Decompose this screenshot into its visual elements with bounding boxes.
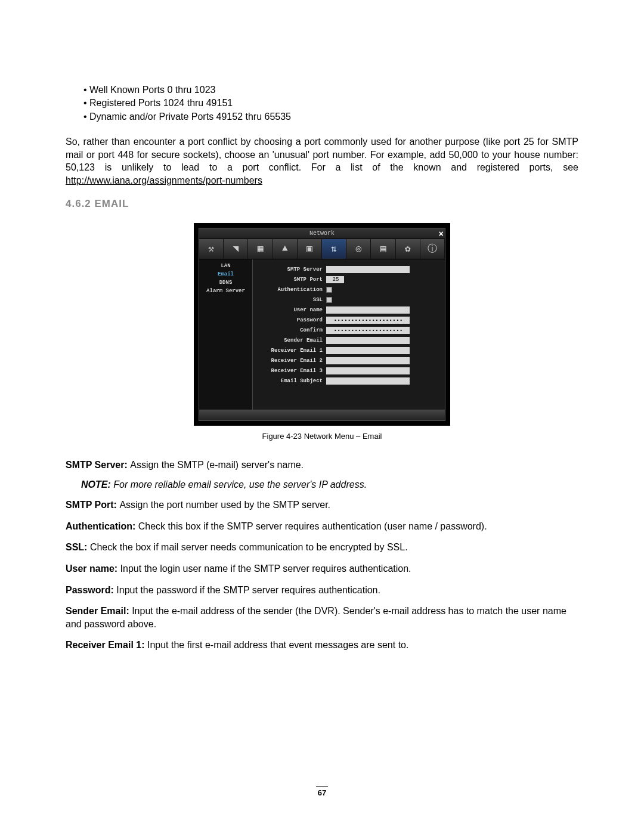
toolbar-icon-general[interactable]: ⚒ [199, 239, 224, 259]
figure-caption: Figure 4-23 Network Menu – Email [66, 432, 578, 441]
bullet-item: • Well Known Ports 0 thru 1023 [83, 83, 578, 97]
iana-link[interactable]: http://www.iana.org/assignments/port-num… [66, 175, 262, 185]
paragraph-text: So, rather than encounter a port conflic… [66, 137, 578, 172]
toolbar-icon-settings[interactable]: ✿ [396, 239, 420, 259]
label-user-name: User name [258, 307, 326, 313]
input-subject[interactable] [326, 377, 410, 385]
close-icon[interactable]: × [439, 229, 444, 240]
toolbar-icon-network[interactable]: ⇅ [322, 239, 346, 259]
page-number: 67 [0, 786, 644, 797]
def-sender-email: Sender Email: Input the e-mail address o… [66, 605, 578, 630]
checkbox-authentication[interactable] [326, 287, 332, 293]
def-smtp-port: SMTP Port: Assign the port number used b… [66, 498, 578, 512]
label-smtp-server: SMTP Server [258, 267, 326, 272]
paragraph-ports: So, rather than encounter a port conflic… [66, 135, 578, 187]
input-sender-email[interactable] [326, 337, 410, 344]
input-receiver-3[interactable] [326, 367, 410, 374]
def-authentication: Authentication: Check this box if the SM… [66, 520, 578, 533]
label-receiver-1: Receiver Email 1 [258, 348, 326, 354]
def-user-name: User name: Input the login user name if … [66, 562, 578, 575]
toolbar-icon-info[interactable]: ⓘ [420, 239, 445, 259]
bullet-item: • Registered Ports 1024 thru 49151 [83, 97, 578, 110]
toolbar-icon-schedule[interactable]: ▦ [248, 239, 273, 259]
dvr-toolbar: ⚒ ◥ ▦ ▲ ▣ ⇅ ◎ ▤ ✿ ⓘ [199, 239, 445, 259]
sidebar-item-ddns[interactable]: DDNS [199, 278, 252, 287]
input-password[interactable]: •••••••••••••••••••• [326, 317, 410, 324]
label-confirm: Confirm [258, 327, 326, 333]
label-smtp-port: SMTP Port [258, 277, 326, 283]
dvr-screenshot: Network × ⚒ ◥ ▦ ▲ ▣ ⇅ ◎ ▤ ✿ ⓘ LAN Email … [194, 223, 450, 426]
section-heading-email: 4.6.2 EMAIL [66, 198, 578, 210]
dvr-sidebar: LAN Email DDNS Alarm Server [199, 259, 253, 410]
toolbar-icon-camera[interactable]: ◎ [346, 239, 371, 259]
label-ssl: SSL [258, 297, 326, 303]
dvr-form: SMTP Server SMTP Port25 Authentication S… [253, 259, 445, 410]
label-sender-email: Sender Email [258, 337, 326, 343]
input-confirm[interactable]: •••••••••••••••••••• [326, 327, 410, 334]
def-smtp-server: SMTP Server: Assign the SMTP (e-mail) se… [66, 459, 578, 472]
sidebar-item-email[interactable]: Email [199, 270, 252, 278]
toolbar-icon-alarm[interactable]: ▲ [273, 239, 298, 259]
toolbar-icon-display[interactable]: ▣ [298, 239, 322, 259]
sidebar-item-alarm-server[interactable]: Alarm Server [199, 287, 252, 295]
port-bullets: • Well Known Ports 0 thru 1023 • Registe… [83, 83, 578, 123]
toolbar-icon-hdd[interactable]: ▤ [371, 239, 395, 259]
input-smtp-port[interactable]: 25 [326, 276, 344, 283]
def-receiver-1: Receiver Email 1: Input the first e-mail… [66, 639, 578, 652]
input-smtp-server[interactable] [326, 266, 410, 273]
label-receiver-3: Receiver Email 3 [258, 368, 326, 374]
label-receiver-2: Receiver Email 2 [258, 358, 326, 364]
label-subject: Email Subject [258, 378, 326, 384]
note: NOTE: For more reliable email service, u… [81, 479, 578, 490]
dvr-titlebar: Network × [199, 228, 445, 239]
input-receiver-1[interactable] [326, 347, 410, 354]
checkbox-ssl[interactable] [326, 297, 332, 303]
dvr-footer [199, 410, 445, 420]
label-password: Password [258, 317, 326, 323]
input-user-name[interactable] [326, 306, 410, 314]
input-receiver-2[interactable] [326, 357, 410, 364]
label-authentication: Authentication [258, 287, 326, 293]
def-password: Password: Input the password if the SMTP… [66, 584, 578, 597]
sidebar-item-lan[interactable]: LAN [199, 262, 252, 270]
bullet-item: • Dynamic and/or Private Ports 49152 thr… [83, 110, 578, 123]
def-ssl: SSL: Check the box if mail server needs … [66, 541, 578, 554]
dvr-title: Network [309, 230, 335, 237]
toolbar-icon-record[interactable]: ◥ [224, 239, 248, 259]
